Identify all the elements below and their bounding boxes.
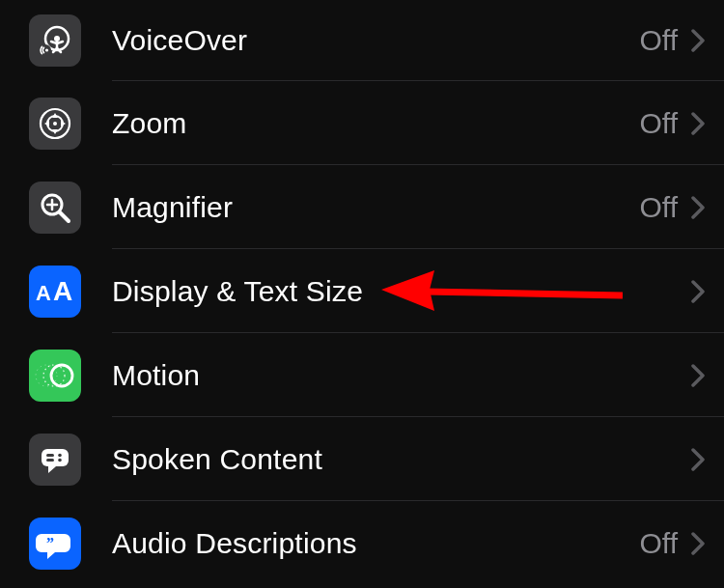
row-magnifier[interactable]: Magnifier Off bbox=[0, 165, 724, 249]
row-motion[interactable]: Motion bbox=[0, 333, 724, 417]
chevron-right-icon bbox=[691, 280, 705, 303]
row-voiceover[interactable]: VoiceOver Off bbox=[0, 0, 724, 81]
accessibility-list: VoiceOver Off Zoom Off bbox=[0, 0, 724, 585]
svg-point-8 bbox=[45, 48, 48, 51]
row-status: Off bbox=[640, 107, 678, 140]
row-label: Audio Descriptions bbox=[112, 527, 640, 560]
row-label: Spoken Content bbox=[112, 443, 691, 476]
svg-text:A: A bbox=[36, 281, 51, 305]
row-status: Off bbox=[640, 191, 678, 224]
row-label: Display & Text Size bbox=[112, 275, 691, 308]
zoom-icon bbox=[29, 98, 81, 150]
chevron-right-icon bbox=[691, 112, 705, 135]
row-label: Zoom bbox=[112, 107, 640, 140]
voiceover-icon bbox=[29, 14, 81, 67]
row-label: Magnifier bbox=[112, 191, 640, 224]
chevron-right-icon bbox=[691, 196, 705, 219]
row-status: Off bbox=[640, 527, 678, 560]
row-audio-descriptions[interactable]: ” Audio Descriptions Off bbox=[0, 501, 724, 585]
svg-point-31 bbox=[58, 458, 62, 462]
svg-text:A: A bbox=[53, 276, 72, 306]
row-display-text-size[interactable]: A A Display & Text Size bbox=[0, 249, 724, 333]
row-zoom[interactable]: Zoom Off bbox=[0, 81, 724, 165]
svg-rect-27 bbox=[42, 449, 69, 466]
row-label: Motion bbox=[112, 359, 691, 392]
svg-rect-29 bbox=[46, 459, 54, 462]
motion-icon bbox=[29, 350, 81, 402]
text-size-icon: A A bbox=[29, 266, 81, 318]
chevron-right-icon bbox=[691, 532, 705, 555]
magnifier-icon bbox=[29, 182, 81, 234]
chevron-right-icon bbox=[691, 29, 705, 52]
svg-text:”: ” bbox=[46, 535, 54, 551]
chevron-right-icon bbox=[691, 448, 705, 471]
spoken-content-icon bbox=[29, 434, 81, 486]
svg-line-19 bbox=[60, 212, 69, 221]
svg-point-15 bbox=[53, 122, 57, 126]
row-label: VoiceOver bbox=[112, 24, 640, 57]
row-status: Off bbox=[640, 24, 678, 57]
chevron-right-icon bbox=[691, 364, 705, 387]
svg-point-30 bbox=[58, 453, 62, 457]
svg-rect-28 bbox=[46, 454, 54, 457]
row-spoken-content[interactable]: Spoken Content bbox=[0, 417, 724, 501]
audio-descriptions-icon: ” bbox=[29, 518, 81, 570]
